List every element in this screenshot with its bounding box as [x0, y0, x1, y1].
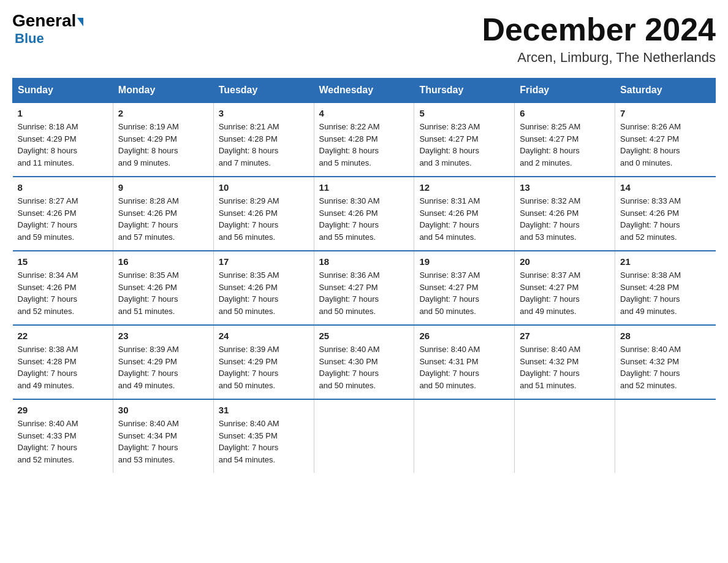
calendar-header: SundayMondayTuesdayWednesdayThursdayFrid…: [13, 79, 716, 103]
day-info: Sunrise: 8:23 AM Sunset: 4:27 PM Dayligh…: [419, 121, 509, 169]
logo-text-line1: General: [12, 12, 83, 29]
day-info: Sunrise: 8:36 AM Sunset: 4:27 PM Dayligh…: [319, 269, 409, 317]
day-number: 29: [18, 405, 108, 415]
header-day-wednesday: Wednesday: [314, 79, 414, 103]
location-subtitle: Arcen, Limburg, The Netherlands: [482, 50, 716, 66]
day-info: Sunrise: 8:18 AM Sunset: 4:29 PM Dayligh…: [18, 121, 108, 169]
page-header: General Blue December 2024 Arcen, Limbur…: [12, 12, 716, 66]
header-row: SundayMondayTuesdayWednesdayThursdayFrid…: [13, 79, 716, 103]
day-info: Sunrise: 8:39 AM Sunset: 4:29 PM Dayligh…: [118, 343, 208, 391]
header-day-saturday: Saturday: [615, 79, 716, 103]
calendar-cell: 8Sunrise: 8:27 AM Sunset: 4:26 PM Daylig…: [13, 177, 113, 251]
day-number: 11: [319, 182, 409, 193]
day-info: Sunrise: 8:35 AM Sunset: 4:26 PM Dayligh…: [219, 269, 309, 317]
calendar-cell: 17Sunrise: 8:35 AM Sunset: 4:26 PM Dayli…: [213, 251, 314, 325]
calendar-cell: 4Sunrise: 8:22 AM Sunset: 4:28 PM Daylig…: [314, 102, 414, 177]
calendar-body: 1Sunrise: 8:18 AM Sunset: 4:29 PM Daylig…: [13, 102, 716, 473]
day-info: Sunrise: 8:40 AM Sunset: 4:31 PM Dayligh…: [419, 343, 509, 391]
calendar-cell: 15Sunrise: 8:34 AM Sunset: 4:26 PM Dayli…: [13, 251, 113, 325]
calendar-cell: 1Sunrise: 8:18 AM Sunset: 4:29 PM Daylig…: [13, 102, 113, 177]
day-info: Sunrise: 8:40 AM Sunset: 4:32 PM Dayligh…: [520, 343, 610, 391]
calendar-cell: [515, 399, 615, 473]
day-number: 24: [219, 331, 309, 341]
calendar-cell: 21Sunrise: 8:38 AM Sunset: 4:28 PM Dayli…: [615, 251, 716, 325]
day-info: Sunrise: 8:30 AM Sunset: 4:26 PM Dayligh…: [319, 195, 409, 243]
day-info: Sunrise: 8:35 AM Sunset: 4:26 PM Dayligh…: [118, 269, 208, 317]
day-number: 23: [118, 331, 208, 341]
day-number: 1: [18, 108, 108, 118]
day-number: 14: [620, 182, 710, 193]
week-row-1: 1Sunrise: 8:18 AM Sunset: 4:29 PM Daylig…: [13, 102, 716, 177]
day-info: Sunrise: 8:40 AM Sunset: 4:34 PM Dayligh…: [118, 418, 208, 465]
calendar-cell: 29Sunrise: 8:40 AM Sunset: 4:33 PM Dayli…: [13, 399, 113, 473]
day-info: Sunrise: 8:40 AM Sunset: 4:32 PM Dayligh…: [620, 343, 710, 391]
day-number: 21: [620, 256, 710, 267]
calendar-cell: 5Sunrise: 8:23 AM Sunset: 4:27 PM Daylig…: [414, 102, 515, 177]
title-area: December 2024 Arcen, Limburg, The Nether…: [482, 12, 716, 66]
day-number: 31: [219, 405, 309, 415]
day-number: 15: [18, 256, 108, 267]
calendar-cell: 13Sunrise: 8:32 AM Sunset: 4:26 PM Dayli…: [515, 177, 615, 251]
day-info: Sunrise: 8:40 AM Sunset: 4:30 PM Dayligh…: [319, 343, 409, 391]
day-number: 3: [219, 108, 309, 118]
calendar-cell: 11Sunrise: 8:30 AM Sunset: 4:26 PM Dayli…: [314, 177, 414, 251]
day-info: Sunrise: 8:27 AM Sunset: 4:26 PM Dayligh…: [18, 195, 108, 243]
day-info: Sunrise: 8:33 AM Sunset: 4:26 PM Dayligh…: [620, 195, 710, 243]
calendar-table: SundayMondayTuesdayWednesdayThursdayFrid…: [12, 78, 716, 473]
day-number: 2: [118, 108, 208, 118]
logo: General Blue: [12, 12, 83, 47]
day-info: Sunrise: 8:31 AM Sunset: 4:26 PM Dayligh…: [419, 195, 509, 243]
calendar-cell: 7Sunrise: 8:26 AM Sunset: 4:27 PM Daylig…: [615, 102, 716, 177]
calendar-cell: 3Sunrise: 8:21 AM Sunset: 4:28 PM Daylig…: [213, 102, 314, 177]
calendar-cell: [414, 399, 515, 473]
header-day-monday: Monday: [113, 79, 213, 103]
calendar-cell: 27Sunrise: 8:40 AM Sunset: 4:32 PM Dayli…: [515, 325, 615, 399]
calendar-cell: 23Sunrise: 8:39 AM Sunset: 4:29 PM Dayli…: [113, 325, 213, 399]
calendar-cell: 9Sunrise: 8:28 AM Sunset: 4:26 PM Daylig…: [113, 177, 213, 251]
day-number: 10: [219, 182, 309, 193]
week-row-5: 29Sunrise: 8:40 AM Sunset: 4:33 PM Dayli…: [13, 399, 716, 473]
day-number: 9: [118, 182, 208, 193]
calendar-cell: 30Sunrise: 8:40 AM Sunset: 4:34 PM Dayli…: [113, 399, 213, 473]
day-number: 16: [118, 256, 208, 267]
day-number: 27: [520, 331, 610, 341]
calendar-cell: 28Sunrise: 8:40 AM Sunset: 4:32 PM Dayli…: [615, 325, 716, 399]
calendar-cell: 31Sunrise: 8:40 AM Sunset: 4:35 PM Dayli…: [213, 399, 314, 473]
logo-triangle-icon: [77, 18, 83, 26]
calendar-cell: 16Sunrise: 8:35 AM Sunset: 4:26 PM Dayli…: [113, 251, 213, 325]
day-info: Sunrise: 8:19 AM Sunset: 4:29 PM Dayligh…: [118, 121, 208, 169]
calendar-cell: 2Sunrise: 8:19 AM Sunset: 4:29 PM Daylig…: [113, 102, 213, 177]
calendar-cell: 12Sunrise: 8:31 AM Sunset: 4:26 PM Dayli…: [414, 177, 515, 251]
calendar-cell: 24Sunrise: 8:39 AM Sunset: 4:29 PM Dayli…: [213, 325, 314, 399]
logo-text-line2: Blue: [12, 31, 44, 47]
day-number: 12: [419, 182, 509, 193]
day-info: Sunrise: 8:21 AM Sunset: 4:28 PM Dayligh…: [219, 121, 309, 169]
day-info: Sunrise: 8:40 AM Sunset: 4:33 PM Dayligh…: [18, 418, 108, 465]
calendar-cell: 25Sunrise: 8:40 AM Sunset: 4:30 PM Dayli…: [314, 325, 414, 399]
day-number: 18: [319, 256, 409, 267]
day-info: Sunrise: 8:22 AM Sunset: 4:28 PM Dayligh…: [319, 121, 409, 169]
header-day-sunday: Sunday: [13, 79, 113, 103]
day-info: Sunrise: 8:37 AM Sunset: 4:27 PM Dayligh…: [520, 269, 610, 317]
day-info: Sunrise: 8:40 AM Sunset: 4:35 PM Dayligh…: [219, 418, 309, 465]
day-number: 20: [520, 256, 610, 267]
week-row-2: 8Sunrise: 8:27 AM Sunset: 4:26 PM Daylig…: [13, 177, 716, 251]
header-day-thursday: Thursday: [414, 79, 515, 103]
day-number: 19: [419, 256, 509, 267]
day-number: 28: [620, 331, 710, 341]
week-row-4: 22Sunrise: 8:38 AM Sunset: 4:28 PM Dayli…: [13, 325, 716, 399]
day-info: Sunrise: 8:28 AM Sunset: 4:26 PM Dayligh…: [118, 195, 208, 243]
day-info: Sunrise: 8:29 AM Sunset: 4:26 PM Dayligh…: [219, 195, 309, 243]
day-number: 30: [118, 405, 208, 415]
calendar-cell: 14Sunrise: 8:33 AM Sunset: 4:26 PM Dayli…: [615, 177, 716, 251]
calendar-cell: [314, 399, 414, 473]
day-info: Sunrise: 8:38 AM Sunset: 4:28 PM Dayligh…: [18, 343, 108, 391]
header-day-friday: Friday: [515, 79, 615, 103]
calendar-cell: 26Sunrise: 8:40 AM Sunset: 4:31 PM Dayli…: [414, 325, 515, 399]
calendar-cell: 18Sunrise: 8:36 AM Sunset: 4:27 PM Dayli…: [314, 251, 414, 325]
calendar-cell: 19Sunrise: 8:37 AM Sunset: 4:27 PM Dayli…: [414, 251, 515, 325]
calendar-cell: [615, 399, 716, 473]
week-row-3: 15Sunrise: 8:34 AM Sunset: 4:26 PM Dayli…: [13, 251, 716, 325]
calendar-cell: 10Sunrise: 8:29 AM Sunset: 4:26 PM Dayli…: [213, 177, 314, 251]
day-number: 13: [520, 182, 610, 193]
